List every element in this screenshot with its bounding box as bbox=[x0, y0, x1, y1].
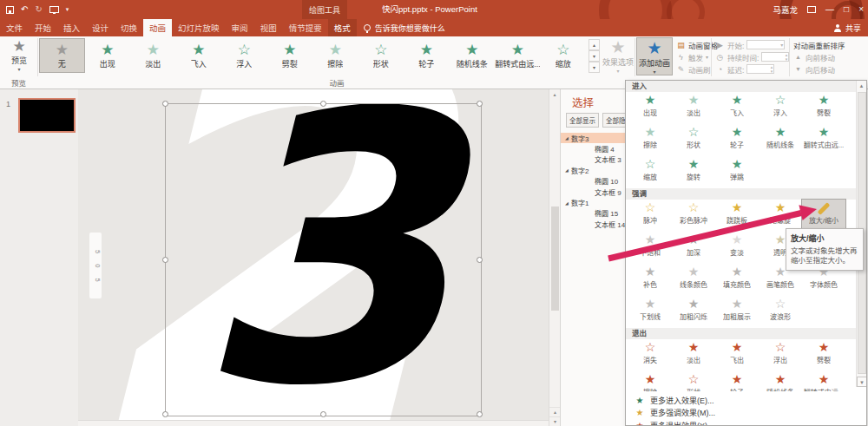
emphasis-effect-item[interactable]: ★ 跷跷板 bbox=[715, 200, 759, 232]
ribbon-tab[interactable]: 视图 bbox=[254, 19, 283, 36]
selection-tree-item[interactable]: 椭圆 4 bbox=[561, 143, 625, 154]
expand-icon[interactable]: ◢ bbox=[565, 200, 571, 206]
exit-effect-item[interactable]: ☆ 消失 bbox=[628, 339, 672, 371]
animation-gallery-item[interactable]: ☆ 形状 bbox=[358, 38, 404, 73]
selection-tree-item[interactable]: 文本框 14 bbox=[561, 219, 625, 229]
emphasis-effect-item[interactable]: ☆ 彩色脉冲 bbox=[672, 200, 715, 232]
resize-handle[interactable] bbox=[162, 101, 168, 107]
entrance-effect-item[interactable]: ☆ 缩放 bbox=[628, 156, 672, 188]
scroll-up-icon[interactable]: ▲ bbox=[857, 81, 866, 91]
emphasis-effect-item[interactable]: ☆ 脉冲 bbox=[628, 200, 672, 232]
entrance-effect-item[interactable]: ★ 随机线条 bbox=[759, 124, 802, 156]
qat-customize-icon[interactable]: ▾ bbox=[66, 0, 69, 19]
exit-effect-item[interactable]: ★ 劈裂 bbox=[802, 339, 845, 371]
emphasis-effect-item[interactable]: ★ 加深 bbox=[672, 232, 715, 264]
selection-tree-item[interactable]: 文本框 3 bbox=[561, 154, 625, 165]
animation-gallery-item[interactable]: ★ 翻转式由远... bbox=[495, 38, 541, 73]
emphasis-effect-item[interactable]: ★ 不饱和 bbox=[628, 232, 672, 264]
move-earlier-button[interactable]: ▲ 向前移动 bbox=[793, 51, 845, 62]
entrance-effect-item[interactable]: ★ 淡出 bbox=[672, 92, 715, 124]
ribbon-tab[interactable]: 幻灯片放映 bbox=[172, 19, 226, 36]
animation-gallery-item[interactable]: ★ 随机线条 bbox=[450, 38, 496, 73]
ribbon-display-options-icon[interactable] bbox=[807, 6, 816, 13]
gallery-more-button[interactable]: ▾ bbox=[589, 62, 600, 73]
resize-handle[interactable] bbox=[320, 411, 326, 417]
share-button[interactable]: 共享 bbox=[834, 19, 861, 36]
entrance-effect-item[interactable]: ★ 旋转 bbox=[672, 156, 715, 188]
resize-handle[interactable] bbox=[477, 411, 483, 417]
more-effects-menu-item[interactable]: ★ 更多进入效果(E)... bbox=[626, 394, 867, 407]
resize-handle[interactable] bbox=[162, 257, 168, 263]
undo-icon[interactable]: ↶ bbox=[21, 0, 28, 19]
entrance-effect-item[interactable]: ☆ 浮入 bbox=[759, 92, 802, 124]
delay-spinner[interactable]: ▴▾ bbox=[746, 64, 774, 74]
maximize-button[interactable]: □ bbox=[844, 0, 849, 19]
selection-tree-item[interactable]: ◢ 数字2 bbox=[561, 165, 625, 175]
ribbon-tab[interactable]: 格式 bbox=[328, 19, 357, 36]
animation-gallery-item[interactable]: ★ 出现 bbox=[85, 38, 131, 73]
slide-editing-canvas[interactable]: 15 10 5 0 5 10 15 5 0 5 2 3 bbox=[78, 89, 549, 426]
preview-button[interactable]: ★ 预览 ▾ bbox=[3, 38, 35, 75]
entrance-effect-item[interactable]: ★ 轮子 bbox=[715, 124, 759, 156]
hide-all-button[interactable]: 全部隐藏 bbox=[602, 113, 625, 128]
entrance-effect-item[interactable]: ★ 出现 bbox=[628, 92, 672, 124]
effect-options-button[interactable]: ★ 效果选项 ▾ bbox=[602, 38, 634, 74]
ribbon-tab[interactable]: 情节提要 bbox=[283, 19, 328, 36]
animation-gallery-item[interactable]: ★ 淡出 bbox=[130, 38, 176, 73]
exit-effect-item[interactable]: ☆ 浮出 bbox=[759, 339, 802, 371]
ribbon-tab[interactable]: 审阅 bbox=[226, 19, 254, 36]
animation-gallery-item[interactable]: ☆ 浮入 bbox=[221, 38, 267, 73]
entrance-effect-item[interactable]: ★ 飞入 bbox=[715, 92, 759, 124]
animation-gallery-item[interactable]: ☆ 缩放 bbox=[541, 38, 587, 73]
emphasis-effect-item[interactable]: ★ 加粗闪烁 bbox=[672, 296, 715, 328]
resize-handle[interactable] bbox=[477, 257, 483, 263]
entrance-effect-item[interactable]: ★ 劈裂 bbox=[802, 92, 845, 124]
emphasis-effect-item[interactable]: ☆ 波浪形 bbox=[759, 296, 802, 328]
animation-gallery-item[interactable]: ★ 擦除 bbox=[312, 38, 358, 73]
resize-handle[interactable] bbox=[477, 101, 483, 107]
resize-handle[interactable] bbox=[162, 411, 168, 417]
emphasis-effect-item[interactable]: 放大/缩小 bbox=[802, 200, 845, 232]
animation-gallery-item[interactable]: ★ 轮子 bbox=[404, 38, 450, 73]
expand-icon[interactable]: ◢ bbox=[565, 135, 571, 141]
add-animation-button[interactable]: ★ 添加动画 ▾ bbox=[636, 37, 673, 75]
vertical-scrollbar[interactable]: ▴ ▴ ▾ bbox=[549, 89, 560, 426]
close-button[interactable]: × bbox=[858, 0, 864, 19]
emphasis-effect-item[interactable]: ★ 补色 bbox=[628, 264, 672, 296]
ribbon-tab[interactable]: 开始 bbox=[29, 19, 57, 36]
selection-tree-item[interactable]: ◢ 数字1 bbox=[561, 197, 625, 207]
emphasis-effect-item[interactable]: ★ 陀螺旋 bbox=[759, 200, 802, 232]
emphasis-effect-item[interactable]: ★ 加粗展示 bbox=[715, 296, 759, 328]
scrollbar-thumb[interactable] bbox=[551, 206, 559, 311]
ribbon-tab[interactable]: 切换 bbox=[115, 19, 143, 36]
start-combobox[interactable]: ▾ bbox=[746, 40, 785, 49]
show-all-button[interactable]: 全部显示 bbox=[566, 113, 599, 128]
ribbon-tab[interactable]: 动画 bbox=[143, 19, 172, 36]
animation-gallery-item[interactable]: ★ 劈裂 bbox=[267, 38, 313, 73]
duration-spinner[interactable]: ▴▾ bbox=[761, 52, 789, 62]
animation-gallery-item[interactable]: ★ 飞入 bbox=[176, 38, 222, 73]
emphasis-effect-item[interactable]: ★ 填充颜色 bbox=[715, 264, 759, 296]
horizontal-scrollbar[interactable] bbox=[78, 420, 549, 426]
more-effects-menu-item[interactable]: ★ 更多退出效果(X)... bbox=[626, 419, 867, 426]
exit-effect-item[interactable]: ★ 淡出 bbox=[672, 339, 715, 371]
selection-tree-item[interactable]: 文本框 9 bbox=[561, 187, 625, 197]
entrance-effect-item[interactable]: ★ 翻转式由远... bbox=[802, 124, 845, 156]
entrance-effect-item[interactable]: ☆ 形状 bbox=[672, 124, 715, 156]
scroll-up-icon[interactable]: ▴ bbox=[549, 89, 560, 100]
gallery-up-button[interactable]: ▴ bbox=[589, 39, 600, 50]
slideshow-icon[interactable] bbox=[49, 6, 59, 13]
selection-tree-item[interactable]: 椭圆 15 bbox=[561, 208, 625, 219]
user-name[interactable]: 马嘉龙 bbox=[773, 3, 799, 16]
minimize-button[interactable]: — bbox=[825, 0, 834, 19]
selection-tree-item[interactable]: 椭圆 10 bbox=[561, 176, 625, 187]
ribbon-tab[interactable]: 文件 bbox=[0, 19, 29, 36]
animation-gallery-item[interactable]: ★ 无 bbox=[39, 38, 85, 73]
exit-effect-item[interactable]: ★ 飞出 bbox=[715, 339, 759, 371]
redo-icon[interactable]: ↻ bbox=[35, 0, 42, 19]
ribbon-tab[interactable]: 设计 bbox=[86, 19, 115, 36]
entrance-effect-item[interactable]: ★ 弹跳 bbox=[715, 156, 759, 188]
resize-handle[interactable] bbox=[320, 101, 326, 107]
emphasis-effect-item[interactable]: ★ 变淡 bbox=[715, 232, 759, 264]
move-later-button[interactable]: ▼ 向后移动 bbox=[793, 63, 845, 75]
